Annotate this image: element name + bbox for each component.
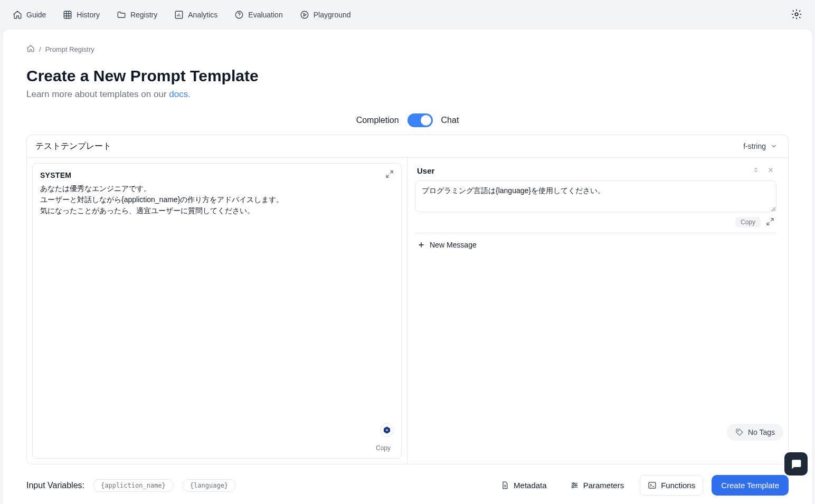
bar-chart-icon bbox=[174, 10, 184, 20]
chevron-down-icon bbox=[770, 142, 778, 150]
subtitle-prefix: Learn more about templates on our bbox=[26, 89, 169, 99]
mode-toggle[interactable] bbox=[408, 113, 433, 127]
metadata-label: Metadata bbox=[514, 481, 547, 490]
svg-point-9 bbox=[573, 483, 574, 484]
hexagon-icon bbox=[383, 426, 391, 434]
svg-point-10 bbox=[575, 484, 576, 486]
page-title: Create a New Prompt Template bbox=[26, 67, 789, 85]
nav-playground[interactable]: Playground bbox=[300, 10, 351, 20]
expand-icon bbox=[766, 217, 774, 226]
plus-icon bbox=[417, 241, 425, 249]
close-icon bbox=[767, 166, 774, 174]
new-message-button[interactable]: New Message bbox=[415, 233, 776, 256]
functions-label: Functions bbox=[661, 481, 695, 490]
system-panel: SYSTEM あなたは優秀なエンジニアです。 ユーザーと対話しながら{appli… bbox=[32, 163, 402, 459]
input-vars-label: Input Variables: bbox=[26, 481, 84, 490]
functions-button[interactable]: Functions bbox=[640, 475, 703, 496]
folder-icon bbox=[117, 10, 126, 20]
system-text[interactable]: あなたは優秀なエンジニアです。 ユーザーと対話しながら{appliction_n… bbox=[40, 183, 394, 216]
message-copy-button[interactable]: Copy bbox=[735, 217, 761, 227]
svg-point-8 bbox=[737, 430, 738, 431]
system-role-label: SYSTEM bbox=[40, 171, 71, 179]
home-icon bbox=[13, 10, 22, 20]
create-template-button[interactable]: Create Template bbox=[712, 475, 789, 496]
message-reorder-button[interactable] bbox=[752, 166, 760, 175]
breadcrumb-home[interactable] bbox=[26, 44, 35, 54]
nav-history[interactable]: History bbox=[63, 10, 100, 20]
breadcrumb-current[interactable]: Prompt Registry bbox=[45, 45, 94, 53]
nav-guide[interactable]: Guide bbox=[13, 10, 46, 20]
nav-label: Evaluation bbox=[248, 11, 282, 19]
svg-point-4 bbox=[301, 11, 308, 18]
docs-link[interactable]: docs bbox=[169, 89, 188, 99]
format-select[interactable]: f-string bbox=[733, 142, 788, 150]
nav-registry[interactable]: Registry bbox=[117, 10, 157, 20]
nav-label: Guide bbox=[26, 11, 46, 19]
help-icon bbox=[234, 10, 244, 20]
input-var-chip[interactable]: {appliction_name} bbox=[93, 479, 174, 492]
bottom-bar: Input Variables: {appliction_name} {lang… bbox=[3, 464, 812, 496]
mode-toggle-row: Completion Chat bbox=[3, 113, 812, 127]
terminal-icon bbox=[648, 481, 657, 490]
nav-label: Analytics bbox=[188, 11, 217, 19]
expand-icon bbox=[385, 170, 394, 178]
mode-completion-label: Completion bbox=[356, 116, 399, 125]
svg-point-7 bbox=[386, 429, 387, 431]
parameters-label: Parameters bbox=[583, 481, 624, 490]
parameters-button[interactable]: Parameters bbox=[563, 476, 632, 495]
gear-icon bbox=[791, 8, 802, 20]
new-message-label: New Message bbox=[430, 241, 477, 249]
tags-label: No Tags bbox=[748, 428, 775, 436]
message-content-input[interactable] bbox=[415, 180, 776, 212]
play-icon bbox=[300, 10, 309, 20]
expand-button[interactable] bbox=[385, 170, 394, 180]
nav-label: Registry bbox=[130, 11, 157, 19]
template-name-input[interactable] bbox=[27, 135, 733, 157]
breadcrumb-separator: / bbox=[39, 45, 41, 53]
subtitle-suffix: . bbox=[188, 89, 191, 99]
format-label: f-string bbox=[743, 142, 766, 150]
message-expand-button[interactable] bbox=[766, 217, 774, 227]
nav-label: History bbox=[77, 11, 100, 19]
sliders-icon bbox=[570, 481, 579, 490]
nav-label: Playground bbox=[314, 11, 351, 19]
page-subtitle: Learn more about templates on our docs. bbox=[26, 89, 789, 100]
svg-rect-0 bbox=[64, 11, 72, 18]
file-icon bbox=[500, 481, 509, 490]
svg-point-11 bbox=[572, 487, 573, 488]
input-var-chip[interactable]: {language} bbox=[182, 479, 236, 492]
intercom-launcher[interactable] bbox=[784, 452, 808, 476]
top-nav: Guide History Registry Analytics Evaluat… bbox=[0, 0, 815, 30]
svg-point-5 bbox=[795, 13, 798, 16]
tag-icon bbox=[735, 428, 744, 436]
nav-analytics[interactable]: Analytics bbox=[174, 10, 217, 20]
message-role-label[interactable]: User bbox=[417, 166, 434, 175]
nav-evaluation[interactable]: Evaluation bbox=[234, 10, 282, 20]
svg-point-3 bbox=[239, 16, 240, 17]
svg-rect-12 bbox=[649, 482, 656, 488]
breadcrumb: / Prompt Registry bbox=[26, 44, 789, 54]
brand-badge[interactable] bbox=[380, 423, 394, 437]
page-container: / Prompt Registry Create a New Prompt Te… bbox=[3, 30, 812, 504]
tags-chip[interactable]: No Tags bbox=[727, 424, 783, 441]
editor-shell: f-string SYSTEM あなたは優秀なエンジニアです。 ユーザーと対話し… bbox=[26, 135, 789, 464]
grid-icon bbox=[63, 10, 72, 20]
metadata-button[interactable]: Metadata bbox=[493, 476, 554, 495]
chat-icon bbox=[790, 458, 802, 470]
system-copy-button[interactable]: Copy bbox=[373, 443, 394, 453]
home-icon bbox=[26, 44, 35, 53]
updown-icon bbox=[752, 166, 760, 174]
message-delete-button[interactable] bbox=[767, 166, 774, 175]
mode-chat-label: Chat bbox=[441, 116, 459, 125]
settings-button[interactable] bbox=[791, 8, 802, 22]
